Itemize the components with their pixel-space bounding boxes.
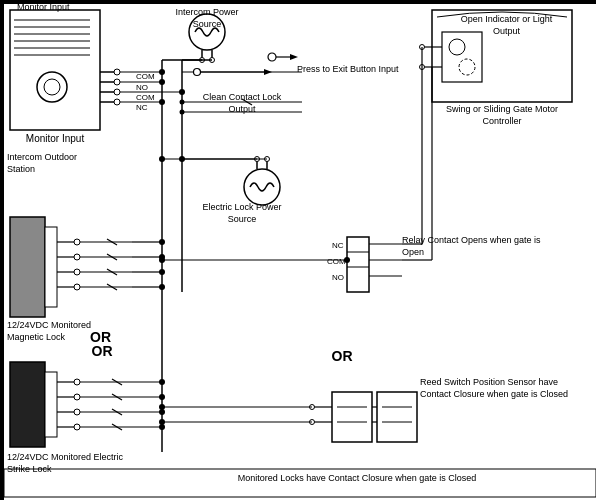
svg-point-44: [159, 79, 165, 85]
svg-point-45: [179, 89, 185, 95]
relay-contact-label: Relay Contact Opens when gate is Open: [402, 235, 542, 258]
svg-point-69: [74, 269, 80, 275]
swing-gate-label: Swing or Sliding Gate Motor Controller: [427, 104, 577, 127]
or-right-text: OR: [332, 348, 353, 364]
press-to-exit-label: Press to Exit Button Input: [297, 64, 427, 76]
open-indicator-text: Open Indicator or Light Output: [461, 14, 553, 36]
svg-rect-122: [332, 392, 372, 442]
or-middle-label: OR: [77, 342, 127, 360]
svg-point-52: [244, 169, 280, 205]
or-middle-text: OR: [92, 343, 113, 359]
svg-point-131: [159, 404, 165, 410]
clean-contact-text: Clean Contact Lock Output: [203, 92, 282, 114]
electric-strike-text: 12/24VDC Monitored Electric Strike Lock: [7, 452, 123, 474]
svg-point-17: [114, 99, 120, 105]
svg-text:NC: NC: [136, 103, 148, 112]
wiring-diagram: Monitor Input COM: [0, 0, 596, 500]
svg-point-94: [74, 379, 80, 385]
press-to-exit-text: Press to Exit Button Input: [297, 64, 399, 74]
svg-point-68: [74, 254, 80, 260]
svg-rect-89: [45, 372, 57, 437]
svg-point-132: [159, 419, 165, 425]
svg-text:NO: NO: [136, 83, 148, 92]
svg-text:COM: COM: [136, 72, 155, 81]
svg-point-83: [159, 239, 165, 245]
svg-point-86: [159, 284, 165, 290]
electric-lock-power-label: Electric Lock Power Source: [197, 202, 287, 225]
intercom-outdoor-text: Intercom Outdoor Station: [7, 152, 77, 174]
svg-rect-61: [10, 217, 45, 317]
svg-point-50: [180, 110, 185, 115]
svg-rect-133: [377, 392, 417, 442]
svg-point-140: [459, 59, 475, 75]
clean-contact-label: Clean Contact Lock Output: [197, 92, 287, 115]
svg-point-85: [159, 269, 165, 275]
svg-rect-88: [10, 362, 45, 447]
relay-contact-text: Relay Contact Opens when gate is Open: [402, 235, 541, 257]
intercom-outdoor-label: Intercom Outdoor Station: [7, 152, 107, 175]
open-indicator-label: Open Indicator or Light Output: [449, 14, 564, 37]
svg-point-14: [114, 69, 120, 75]
svg-point-9: [44, 79, 60, 95]
svg-rect-62: [45, 227, 57, 307]
svg-point-97: [74, 424, 80, 430]
svg-rect-138: [442, 32, 482, 82]
or-right-label: OR: [312, 347, 372, 365]
svg-point-49: [180, 100, 185, 105]
reed-switch-label: Reed Switch Position Sensor have Contact…: [420, 377, 575, 400]
monitor-input-label: Monitor Input: [10, 132, 100, 145]
svg-point-67: [74, 239, 80, 245]
svg-point-43: [159, 69, 165, 75]
monitored-locks-text: Monitored Locks have Contact Closure whe…: [238, 473, 477, 483]
svg-point-96: [74, 409, 80, 415]
svg-rect-1: [10, 10, 100, 130]
intercom-power-text: Intercom Power Source: [175, 7, 238, 29]
magnetic-lock-label: 12/24VDC Monitored Magnetic Lock: [7, 320, 127, 343]
svg-point-15: [114, 79, 120, 85]
svg-point-32: [194, 69, 201, 76]
svg-text:COM: COM: [136, 93, 155, 102]
intercom-power-label: Intercom Power Source: [172, 7, 242, 30]
svg-point-107: [159, 394, 165, 400]
magnetic-lock-text: 12/24VDC Monitored Magnetic Lock: [7, 320, 91, 342]
electric-strike-label: 12/24VDC Monitored Electric Strike Lock: [7, 452, 147, 475]
svg-point-70: [74, 284, 80, 290]
svg-text:NO: NO: [332, 273, 344, 282]
svg-text:NC: NC: [332, 241, 344, 250]
svg-point-16: [114, 89, 120, 95]
svg-point-95: [74, 394, 80, 400]
swing-gate-text: Swing or Sliding Gate Motor Controller: [446, 104, 558, 126]
monitored-locks-label: Monitored Locks have Contact Closure whe…: [167, 473, 547, 485]
electric-lock-power-text: Electric Lock Power Source: [202, 202, 281, 224]
svg-point-46: [159, 99, 165, 105]
svg-point-24: [268, 53, 276, 61]
svg-point-121: [344, 257, 350, 263]
reed-switch-text: Reed Switch Position Sensor have Contact…: [420, 377, 568, 399]
svg-text:COM: COM: [327, 257, 346, 266]
svg-point-120: [159, 257, 165, 263]
svg-point-60: [179, 156, 185, 162]
svg-point-106: [159, 379, 165, 385]
svg-point-139: [449, 39, 465, 55]
svg-point-59: [159, 156, 165, 162]
svg-rect-110: [347, 237, 369, 292]
